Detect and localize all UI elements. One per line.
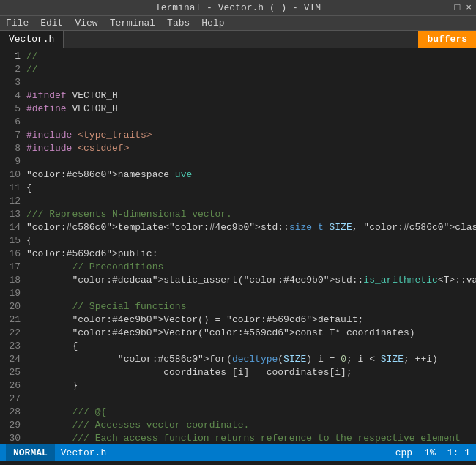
- table-row: "color:#569cd6">public:: [26, 248, 476, 261]
- table-row: #define VECTOR_H: [26, 103, 476, 116]
- status-right: cpp 1% 1: 1: [395, 447, 470, 458]
- table-row: //: [26, 63, 476, 76]
- table-row: {: [26, 340, 476, 353]
- table-row: [26, 393, 476, 406]
- table-row: [26, 195, 476, 208]
- table-row: "color:#4ec9b0">Vector() = "color:#569cd…: [26, 313, 476, 327]
- table-row: #ifndef VECTOR_H: [26, 89, 476, 103]
- table-row: [26, 76, 476, 89]
- table-row: #include <type_traits>: [26, 129, 476, 142]
- close-button[interactable]: ×: [466, 2, 472, 13]
- editor: 1234567891011121314151617181920212223242…: [0, 48, 476, 444]
- table-row: /// @{: [26, 406, 476, 419]
- maximize-button[interactable]: □: [454, 2, 460, 13]
- menu-edit[interactable]: Edit: [40, 18, 63, 29]
- table-row: #include <cstddef>: [26, 142, 476, 155]
- menu-view[interactable]: View: [75, 18, 97, 29]
- table-row: "color:#c586c0">template<"color:#4ec9b0"…: [26, 221, 476, 234]
- filetype-indicator: cpp: [395, 447, 412, 458]
- menu-terminal[interactable]: Terminal: [110, 18, 155, 29]
- line-numbers: 1234567891011121314151617181920212223242…: [0, 48, 26, 444]
- table-row: "color:#4ec9b0">Vector("color:#569cd6">c…: [26, 327, 476, 340]
- minimize-button[interactable]: −: [443, 2, 449, 13]
- table-row: [26, 287, 476, 300]
- table-row: [26, 116, 476, 129]
- table-row: [26, 155, 476, 168]
- table-row: {: [26, 182, 476, 195]
- table-row: "color:#c586c0">namespace uve: [26, 168, 476, 182]
- window-controls[interactable]: − □ ×: [443, 2, 472, 13]
- table-row: /// Each access function returns referen…: [26, 432, 476, 444]
- menu-help[interactable]: Help: [201, 18, 224, 29]
- table-row: /// Represents N-dimensional vector.: [26, 208, 476, 221]
- table-row: }: [26, 379, 476, 393]
- menu-bar[interactable]: File Edit View Terminal Tabs Help: [0, 16, 476, 31]
- table-row: // Preconditions: [26, 261, 476, 274]
- vim-mode: NORMAL: [6, 444, 55, 461]
- table-row: // Special functions: [26, 300, 476, 313]
- table-row: "color:#dcdcaa">static_assert("color:#4e…: [26, 274, 476, 287]
- tab-bar[interactable]: Vector.h buffers: [0, 31, 476, 48]
- menu-file[interactable]: File: [6, 18, 29, 29]
- buffers-button[interactable]: buffers: [418, 31, 476, 48]
- table-row: "color:#c586c0">for(decltype(SIZE) i = 0…: [26, 353, 476, 366]
- table-row: //: [26, 50, 476, 63]
- scroll-percent: 1%: [424, 447, 436, 458]
- status-filename: Vector.h: [61, 447, 395, 458]
- cursor-position: 1: 1: [447, 447, 470, 458]
- window-title: Terminal - Vector.h ( ) - VIM: [155, 2, 321, 13]
- table-row: /// Accesses vector coordinate.: [26, 419, 476, 432]
- active-tab[interactable]: Vector.h: [0, 31, 64, 48]
- table-row: coordinates_[i] = coordinates[i];: [26, 366, 476, 379]
- table-row: {: [26, 234, 476, 248]
- code-area: //// #ifndef VECTOR_H#define VECTOR_H #i…: [26, 48, 476, 444]
- title-bar: Terminal - Vector.h ( ) - VIM − □ ×: [0, 0, 476, 16]
- status-bar: NORMAL Vector.h cpp 1% 1: 1: [0, 444, 476, 461]
- menu-tabs[interactable]: Tabs: [167, 18, 190, 29]
